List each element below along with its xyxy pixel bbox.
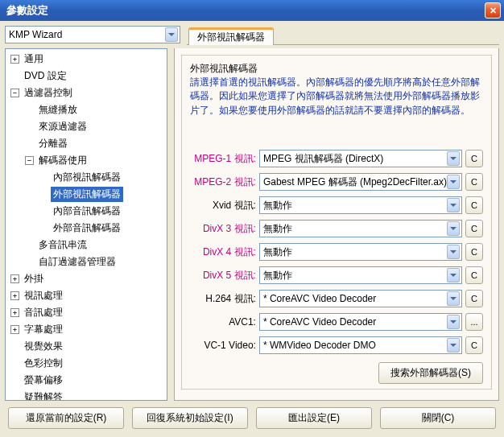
decoder-row: DivX 4 視訊:無動作C	[190, 243, 483, 261]
tree-item-label: 自訂過濾器管理器	[36, 254, 118, 270]
decoder-combo-value: * WMVideo Decoder DMO	[263, 340, 447, 351]
decoder-combo-value: * CoreAVC Video Decoder	[263, 316, 447, 328]
export-button[interactable]: 匯出設定(E)	[256, 407, 372, 429]
expand-icon[interactable]: +	[10, 291, 19, 300]
tree-item[interactable]: −解碼器使用	[6, 152, 167, 169]
tree-item[interactable]: +音訊處理	[6, 304, 167, 321]
browse-button[interactable]: ...	[465, 313, 483, 331]
tree-item[interactable]: 內部音訊解碼器	[6, 203, 167, 220]
tree-item-label: 外部音訊解碼器	[51, 221, 123, 236]
decoder-combo-value: MPEG 視訊解碼器 (DirectX)	[263, 152, 447, 166]
chevron-down-icon[interactable]	[447, 268, 460, 282]
tree-item-label: 視訊處理	[22, 288, 65, 303]
chevron-down-icon[interactable]	[447, 221, 460, 236]
chevron-down-icon[interactable]	[447, 291, 460, 306]
decoder-combo[interactable]: * WMVideo Decoder DMO	[259, 336, 462, 354]
close-button[interactable]: 關閉(C)	[380, 407, 496, 429]
expand-icon[interactable]: +	[10, 274, 19, 283]
search-decoders-button[interactable]: 搜索外部解碼器(S)	[378, 362, 483, 384]
reset-button[interactable]: 回復系統初始設定(I)	[132, 407, 248, 429]
chevron-down-icon[interactable]	[447, 175, 460, 189]
tree-item-label: 音訊處理	[22, 305, 65, 320]
decoder-combo[interactable]: 無動作	[259, 243, 462, 261]
tree-item[interactable]: +外掛	[6, 270, 167, 287]
tree-item[interactable]: +字幕處理	[6, 321, 167, 338]
decoder-combo-value: 無動作	[263, 222, 447, 236]
config-button[interactable]: C	[465, 150, 483, 167]
decoder-combo[interactable]: MPEG 視訊解碼器 (DirectX)	[259, 150, 462, 167]
chevron-down-icon[interactable]	[447, 315, 460, 329]
tree-item-label: 分離器	[36, 136, 70, 151]
decoder-label: MPEG-2 視訊:	[190, 175, 256, 189]
tree-item-label: 外部視訊解碼器	[51, 187, 123, 202]
decoder-combo[interactable]: * CoreAVC Video Decoder	[259, 290, 462, 307]
decoder-combo[interactable]: 無動作	[259, 266, 462, 284]
tree-item-label: 內部視訊解碼器	[51, 170, 123, 185]
tree-item[interactable]: 疑難解答	[6, 389, 167, 401]
tree-item-label: 色彩控制	[22, 356, 65, 371]
chevron-down-icon[interactable]	[447, 338, 460, 352]
restore-button[interactable]: 還原當前的設定(R)	[8, 407, 124, 429]
tree-item-label: 字幕處理	[22, 322, 65, 337]
decoder-combo[interactable]: 無動作	[259, 220, 462, 237]
config-button[interactable]: C	[465, 196, 483, 214]
decoder-combo-value: 無動作	[263, 269, 447, 282]
tree-item-label: 螢幕偏移	[22, 373, 65, 388]
right-pane: 外部視訊解碼器 請選擇首選的視訊解碼器。內部解碼器的優先順序將高於任意外部解碼器…	[174, 48, 499, 401]
tree-item[interactable]: 分離器	[6, 135, 167, 152]
tree-item[interactable]: 來源過濾器	[6, 118, 167, 135]
decoder-group: 外部視訊解碼器 請選擇首選的視訊解碼器。內部解碼器的優先順序將高於任意外部解碼器…	[181, 55, 492, 390]
tree-item[interactable]: 外部視訊解碼器	[6, 186, 167, 203]
tree-item[interactable]: +通用	[6, 51, 167, 68]
tree-item-label: DVD 設定	[22, 68, 69, 84]
decoder-label: DivX 3 視訊:	[190, 222, 256, 236]
tab-label: 外部視訊解碼器	[197, 31, 265, 44]
decoder-combo[interactable]: * CoreAVC Video Decoder	[259, 313, 462, 331]
tree-item[interactable]: 多音訊串流	[6, 237, 167, 254]
help-text: 請選擇首選的視訊解碼器。內部解碼器的優先順序將高於任意外部解碼器。因此如果您選擇…	[190, 76, 483, 117]
tree-item[interactable]: 無縫播放	[6, 101, 167, 118]
tree-item[interactable]: 自訂過濾器管理器	[6, 254, 167, 270]
expand-icon[interactable]: +	[10, 308, 19, 317]
chevron-down-icon[interactable]	[447, 198, 460, 212]
nav-combo-value: KMP Wizard	[9, 29, 62, 40]
tree-item[interactable]: 色彩控制	[6, 355, 167, 372]
tree-item[interactable]: 外部音訊解碼器	[6, 220, 167, 237]
close-icon[interactable]: ✕	[485, 2, 501, 19]
decoder-combo[interactable]: 無動作	[259, 196, 462, 214]
decoder-row: MPEG-1 視訊:MPEG 視訊解碼器 (DirectX)C	[190, 150, 483, 167]
nav-combo[interactable]: KMP Wizard	[5, 26, 180, 43]
decoder-row: AVC1:* CoreAVC Video Decoder...	[190, 313, 483, 331]
config-button[interactable]: C	[465, 290, 483, 307]
chevron-down-icon[interactable]	[447, 245, 460, 259]
tree-item[interactable]: −過濾器控制	[6, 85, 167, 101]
tree-item[interactable]: 螢幕偏移	[6, 372, 167, 389]
tab-external-video-decoder[interactable]: 外部視訊解碼器	[188, 27, 274, 45]
tree-item-label: 外掛	[22, 271, 46, 287]
expand-icon[interactable]: +	[10, 55, 19, 64]
collapse-icon[interactable]: −	[10, 89, 19, 97]
expand-icon[interactable]: +	[10, 325, 19, 334]
chevron-down-icon[interactable]	[165, 27, 178, 42]
decoder-row: Xvid 視訊:無動作C	[190, 196, 483, 214]
tree-item[interactable]: +視訊處理	[6, 287, 167, 304]
tree-item-label: 無縫播放	[36, 102, 80, 117]
decoder-combo-value: Gabest MPEG 解碼器 (Mpeg2DecFilter.ax)	[263, 175, 447, 189]
titlebar: 參數設定 ✕	[0, 0, 504, 21]
collapse-icon[interactable]: −	[25, 156, 34, 165]
config-button[interactable]: C	[465, 243, 483, 261]
tree-item[interactable]: 內部視訊解碼器	[6, 169, 167, 186]
decoder-combo-value: 無動作	[263, 245, 447, 259]
config-button[interactable]: C	[465, 266, 483, 284]
decoder-combo[interactable]: Gabest MPEG 解碼器 (Mpeg2DecFilter.ax)	[259, 173, 462, 191]
decoder-label: AVC1:	[190, 316, 256, 328]
config-button[interactable]: C	[465, 220, 483, 237]
config-button[interactable]: C	[465, 336, 483, 354]
tree-item[interactable]: DVD 設定	[6, 68, 167, 85]
chevron-down-icon[interactable]	[447, 151, 460, 166]
settings-tree[interactable]: +通用DVD 設定−過濾器控制無縫播放來源過濾器分離器−解碼器使用內部視訊解碼器…	[5, 48, 167, 401]
tree-item-label: 視覺效果	[22, 339, 65, 354]
tree-item[interactable]: 視覺效果	[6, 338, 167, 355]
decoder-row: VC-1 Video:* WMVideo Decoder DMOC	[190, 336, 483, 354]
config-button[interactable]: C	[465, 173, 483, 191]
